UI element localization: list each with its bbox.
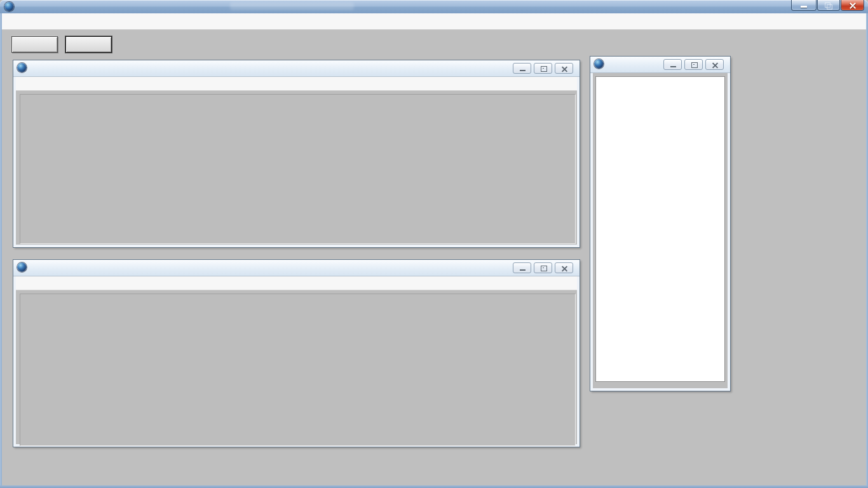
background-window-ghost bbox=[230, 3, 354, 10]
main-menubar bbox=[2, 13, 866, 30]
restore-button[interactable] bbox=[684, 59, 703, 70]
vi-icon bbox=[594, 59, 604, 69]
test-data-window-titlebar[interactable] bbox=[590, 57, 730, 73]
sensitivity-chart-panel bbox=[20, 94, 576, 244]
close-button[interactable] bbox=[555, 63, 573, 74]
minimize-button[interactable] bbox=[663, 59, 682, 70]
status-ok-text bbox=[597, 80, 602, 111]
main-titlebar bbox=[0, 0, 868, 14]
close-button[interactable] bbox=[841, 0, 864, 11]
maximize-button[interactable] bbox=[817, 0, 840, 11]
close-button[interactable] bbox=[705, 59, 724, 70]
continuous-test-button[interactable] bbox=[65, 36, 112, 53]
test-data-table bbox=[595, 76, 725, 382]
impedance-chart-panel bbox=[20, 294, 576, 446]
sensitivity-window-menubar bbox=[16, 77, 577, 91]
vi-icon bbox=[17, 262, 27, 272]
restore-button[interactable] bbox=[534, 262, 552, 273]
impedance-window-titlebar[interactable] bbox=[13, 260, 580, 276]
vi-icon bbox=[17, 63, 27, 72]
window-frame-bottom bbox=[0, 485, 868, 488]
sensitivity-curve-window bbox=[13, 60, 580, 248]
restore-button[interactable] bbox=[534, 63, 552, 74]
single-test-button[interactable] bbox=[11, 36, 58, 53]
app-icon bbox=[4, 2, 14, 14]
test-data-window bbox=[590, 56, 731, 391]
impedance-curve-window bbox=[13, 259, 580, 447]
minimize-button[interactable] bbox=[791, 0, 817, 11]
minimize-button[interactable] bbox=[513, 63, 531, 74]
test-data-rows bbox=[596, 116, 724, 381]
test-data-window-client bbox=[593, 73, 728, 388]
impedance-window-menubar bbox=[16, 276, 577, 290]
status-banner bbox=[597, 78, 724, 115]
window-frame-left bbox=[0, 13, 2, 486]
sensitivity-window-titlebar[interactable] bbox=[13, 60, 580, 77]
close-button[interactable] bbox=[555, 262, 573, 273]
minimize-button[interactable] bbox=[513, 262, 531, 273]
